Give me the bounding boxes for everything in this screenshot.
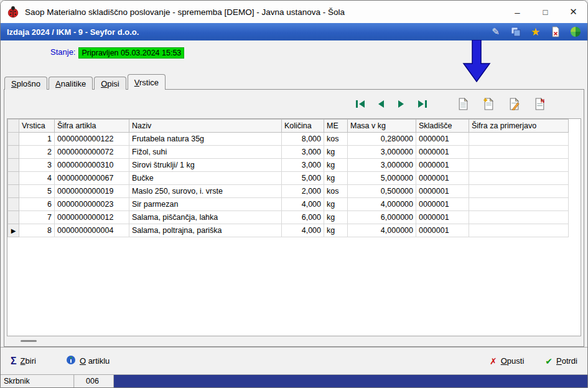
- cell-5[interactable]: 5,000000: [348, 172, 416, 185]
- cell-2[interactable]: Frutabela natura 35g: [129, 133, 282, 146]
- table-row[interactable]: 20000000000072Fižol, suhi3,000kg3,000000…: [8, 146, 569, 159]
- nav-last-button[interactable]: [414, 96, 430, 112]
- column-header-1[interactable]: Šifra artikla: [55, 120, 129, 133]
- cell-3[interactable]: 8,000: [282, 133, 324, 146]
- column-header-7[interactable]: Šifra za primerjavo: [469, 120, 569, 133]
- row-selector[interactable]: [8, 133, 19, 146]
- edit-note-icon[interactable]: ✎: [490, 26, 502, 38]
- table-row[interactable]: 50000000000019Maslo 250, surovo, i. vrst…: [8, 185, 569, 198]
- cell-1[interactable]: 0000000000072: [55, 146, 129, 159]
- cell-1[interactable]: 0000000000019: [55, 185, 129, 198]
- cell-5[interactable]: 0,280000: [348, 133, 416, 146]
- cell-2[interactable]: Sirovi štruklji/ 1 kg: [129, 159, 282, 172]
- tab-vrstice[interactable]: Vrstice: [128, 74, 166, 90]
- table-row[interactable]: ▶80000000000004Salama, poltrajna, parišk…: [8, 224, 569, 237]
- close-button[interactable]: ✕: [559, 1, 587, 23]
- potrdi-button[interactable]: ✔ Potrdi: [545, 356, 577, 366]
- cell-6[interactable]: 0000001: [416, 198, 469, 211]
- cell-0[interactable]: 6: [19, 198, 55, 211]
- cell-2[interactable]: Bučke: [129, 172, 282, 185]
- cell-6[interactable]: 0000001: [416, 172, 469, 185]
- row-selector[interactable]: ▶: [8, 224, 19, 237]
- column-header-2[interactable]: Naziv: [129, 120, 282, 133]
- cell-7[interactable]: [469, 133, 569, 146]
- resize-handle[interactable]: [21, 340, 37, 342]
- row-selector[interactable]: [8, 146, 19, 159]
- table-row[interactable]: 10000000000122Frutabela natura 35g8,000k…: [8, 133, 569, 146]
- zbiri-button[interactable]: Σ Zbiri: [11, 355, 36, 367]
- cell-1[interactable]: 0000000000023: [55, 198, 129, 211]
- cell-4[interactable]: kg: [324, 211, 348, 224]
- cell-4[interactable]: kg: [324, 224, 348, 237]
- cell-6[interactable]: 0000001: [416, 211, 469, 224]
- o-artiklu-button[interactable]: O artiklu: [66, 355, 110, 367]
- cell-6[interactable]: 0000001: [416, 146, 469, 159]
- cell-4[interactable]: kos: [324, 185, 348, 198]
- tab-splosno[interactable]: Splošno: [4, 77, 47, 90]
- table-row[interactable]: 70000000000012Salama, piščančja, lahka6,…: [8, 211, 569, 224]
- cell-2[interactable]: Fižol, suhi: [129, 146, 282, 159]
- cell-6[interactable]: 0000001: [416, 224, 469, 237]
- tab-analitike[interactable]: Analitike: [49, 77, 93, 90]
- cell-0[interactable]: 5: [19, 185, 55, 198]
- maximize-button[interactable]: □: [531, 1, 559, 23]
- cell-5[interactable]: 0,500000: [348, 185, 416, 198]
- cell-0[interactable]: 4: [19, 172, 55, 185]
- nav-next-button[interactable]: [393, 96, 409, 112]
- cell-1[interactable]: 0000000000004: [55, 224, 129, 237]
- nav-prev-button[interactable]: [373, 96, 389, 112]
- cell-7[interactable]: [469, 172, 569, 185]
- cell-3[interactable]: 4,000: [282, 224, 324, 237]
- column-header-3[interactable]: Količina: [282, 120, 324, 133]
- cell-3[interactable]: 4,000: [282, 198, 324, 211]
- edit-record-button[interactable]: [506, 96, 522, 112]
- cell-1[interactable]: 0000000000310: [55, 159, 129, 172]
- cell-0[interactable]: 7: [19, 211, 55, 224]
- cell-4[interactable]: kos: [324, 133, 348, 146]
- column-header-4[interactable]: ME: [324, 120, 348, 133]
- cell-3[interactable]: 5,000: [282, 172, 324, 185]
- cell-3[interactable]: 2,000: [282, 185, 324, 198]
- favorites-star-icon[interactable]: ★: [530, 26, 541, 38]
- table-row[interactable]: 60000000000023Sir parmezan4,000kg4,00000…: [8, 198, 569, 211]
- row-selector[interactable]: [8, 185, 19, 198]
- records-icon[interactable]: [510, 26, 521, 38]
- cell-4[interactable]: kg: [324, 159, 348, 172]
- cell-4[interactable]: kg: [324, 198, 348, 211]
- cell-6[interactable]: 0000001: [416, 159, 469, 172]
- cell-1[interactable]: 0000000000122: [55, 133, 129, 146]
- row-selector[interactable]: [8, 159, 19, 172]
- cell-7[interactable]: [469, 146, 569, 159]
- column-header-0[interactable]: Vrstica: [19, 120, 55, 133]
- row-selector[interactable]: [8, 211, 19, 224]
- cell-0[interactable]: 3: [19, 159, 55, 172]
- cell-2[interactable]: Sir parmezan: [129, 198, 282, 211]
- cell-3[interactable]: 3,000: [282, 159, 324, 172]
- row-selector[interactable]: [8, 198, 19, 211]
- cell-0[interactable]: 1: [19, 133, 55, 146]
- cell-2[interactable]: Salama, poltrajna, pariška: [129, 224, 282, 237]
- cell-0[interactable]: 2: [19, 146, 55, 159]
- table-row[interactable]: 30000000000310Sirovi štruklji/ 1 kg3,000…: [8, 159, 569, 172]
- cell-5[interactable]: 4,000000: [348, 224, 416, 237]
- cell-5[interactable]: 6,000000: [348, 211, 416, 224]
- cell-0[interactable]: 8: [19, 224, 55, 237]
- cell-7[interactable]: [469, 159, 569, 172]
- cell-4[interactable]: kg: [324, 172, 348, 185]
- cell-4[interactable]: kg: [324, 146, 348, 159]
- table-row[interactable]: 40000000000067Bučke5,000kg5,000000000000…: [8, 172, 569, 185]
- cell-2[interactable]: Maslo 250, surovo, i. vrste: [129, 185, 282, 198]
- cell-1[interactable]: 0000000000012: [55, 211, 129, 224]
- opusti-button[interactable]: ✗ Opusti: [490, 356, 524, 366]
- cell-2[interactable]: Salama, piščančja, lahka: [129, 211, 282, 224]
- insert-record-button[interactable]: [455, 96, 471, 112]
- cell-3[interactable]: 6,000: [282, 211, 324, 224]
- column-header-5[interactable]: Masa v kg: [348, 120, 416, 133]
- cell-5[interactable]: 4,000000: [348, 198, 416, 211]
- cell-7[interactable]: [469, 211, 569, 224]
- export-pdf-icon[interactable]: [549, 26, 561, 38]
- insert-from-record-button[interactable]: [480, 96, 497, 112]
- insert-n-record-button[interactable]: N: [531, 96, 548, 112]
- row-selector[interactable]: [8, 172, 19, 185]
- column-header-6[interactable]: Skladišče: [416, 120, 469, 133]
